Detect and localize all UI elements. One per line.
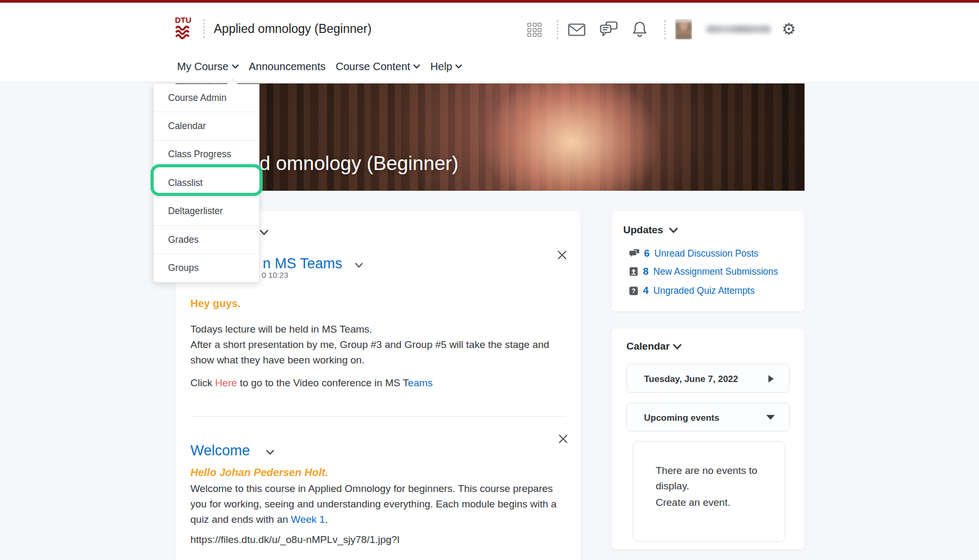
updates-widget-title: Updates (623, 224, 663, 236)
events-empty-panel: There are no events to display. Create a… (633, 441, 785, 542)
header-divider-dots (203, 19, 205, 38)
create-event-link[interactable]: Create an event. (656, 495, 730, 510)
chevron-down-icon (455, 64, 462, 69)
upcoming-events-label: Upcoming events (644, 413, 719, 423)
svg-text:?: ? (632, 287, 635, 294)
menu-item-groups[interactable]: Groups (154, 253, 259, 282)
welcome-body-line: Welcome to this course in Applied Omnolo… (190, 481, 557, 496)
announcement-body-line: Todays lecture will be held in MS Teams. (190, 321, 549, 337)
teams-link[interactable]: eams (408, 377, 432, 388)
announcement-body-line: After a short presentation by me, Group … (190, 337, 549, 352)
welcome-body-line: you for working, seeing and understandin… (190, 496, 557, 512)
course-banner-image: Applied omnology (Beginner) (175, 83, 805, 191)
menu-item-deltagerlister[interactable]: Deltagerlister (154, 197, 259, 225)
updates-item-assignments[interactable]: 8 New Assignment Submissions (629, 266, 778, 277)
chevron-down-icon (355, 262, 363, 268)
widget-divider (190, 416, 566, 417)
dtu-logo[interactable]: DTU (174, 15, 194, 40)
app-grid-icon[interactable] (528, 23, 541, 37)
clipped-bottom-link[interactable]: Week 1 (190, 556, 224, 560)
upcoming-events-header[interactable]: Upcoming events (626, 403, 790, 431)
welcome-title[interactable]: Welcome (190, 443, 274, 459)
dismiss-welcome-icon[interactable] (558, 434, 568, 444)
welcome-greeting: Hello Johan Pedersen Holt. (190, 466, 328, 479)
user-name-redacted[interactable] (706, 26, 771, 33)
nav-my-course[interactable]: My Course (177, 61, 239, 73)
no-events-text: There are no events to display. (656, 463, 757, 494)
calendar-widget-card: Calendar Tuesday, June 7, 2022 Upcoming … (612, 328, 805, 549)
svg-text:DTU: DTU (175, 15, 191, 24)
updates-collapse-chevron-icon[interactable] (669, 227, 678, 234)
announcements-widget-collapse-chevron-icon[interactable] (260, 230, 269, 236)
email-icon[interactable] (568, 23, 585, 36)
welcome-body-line: quiz and ends with an Week 1. (190, 512, 557, 527)
week1-link[interactable]: Week 1 (291, 514, 325, 525)
here-link[interactable]: Here (215, 377, 237, 388)
header-divider-dots (664, 20, 666, 39)
dismiss-announcement-icon[interactable] (557, 250, 567, 260)
calendar-current-date: Tuesday, June 7, 2022 (644, 374, 738, 385)
lms-course-homepage: DTU Applied omnology (Beginner) (0, 0, 979, 560)
announcement-body: Todays lecture will be held in MS Teams.… (190, 321, 549, 368)
updates-widget-card: Updates 6 Unread Discussion Posts 8 New … (612, 211, 805, 311)
user-avatar[interactable] (675, 19, 692, 39)
menu-item-calendar[interactable]: Calendar (154, 112, 259, 140)
menu-item-grades[interactable]: Grades (154, 225, 259, 253)
course-navbar: My Course Announcements Course Content H… (0, 52, 979, 82)
announcement-link-line: Click Here to go to the Video conference… (190, 375, 433, 391)
updates-item-quizzes[interactable]: ? 4 Ungraded Quiz Attempts (629, 285, 755, 296)
nav-course-content[interactable]: Course Content (336, 61, 420, 73)
my-course-dropdown-menu: Course Admin Calendar Class Progress Cla… (153, 84, 260, 283)
chevron-down-icon (266, 449, 274, 455)
chevron-down-icon (232, 64, 239, 69)
announcement-date: 0 10:23 (262, 270, 288, 279)
menu-item-course-admin[interactable]: Course Admin (154, 84, 259, 112)
chevron-down-icon (413, 64, 420, 69)
welcome-body: Welcome to this course in Applied Omnolo… (190, 481, 557, 527)
chat-icon[interactable] (600, 21, 618, 37)
announcement-greeting: Hey guys. (190, 298, 240, 310)
menu-item-classlist[interactable]: Classlist (154, 168, 259, 197)
announcement-body-line: show what they have been working on. (190, 352, 549, 368)
quiz-icon: ? (629, 286, 638, 295)
app-header: DTU Applied omnology (Beginner) (0, 3, 979, 52)
calendar-collapse-chevron-icon[interactable] (673, 344, 682, 350)
header-divider-dots (557, 20, 558, 39)
file-url-link[interactable]: https://files.dtu.dk/u/_o8u-nMPLv_sjy78/… (190, 532, 399, 547)
next-day-arrow-icon[interactable] (768, 375, 774, 383)
nav-help[interactable]: Help (430, 61, 462, 73)
discussion-icon (629, 249, 639, 258)
calendar-widget-title: Calendar (626, 341, 670, 352)
notification-bell-icon[interactable] (632, 21, 647, 38)
assignment-icon (629, 267, 638, 276)
updates-item-discussions[interactable]: 6 Unread Discussion Posts (629, 248, 758, 259)
calendar-date-row[interactable]: Tuesday, June 7, 2022 (626, 364, 790, 393)
settings-gear-icon[interactable]: ⚙ (782, 20, 796, 39)
triangle-down-icon (766, 415, 775, 420)
announcement-title[interactable]: n MS Teams (263, 256, 363, 272)
nav-announcements[interactable]: Announcements (249, 61, 326, 73)
page-title: Applied omnology (Beginner) (214, 22, 372, 36)
menu-item-class-progress[interactable]: Class Progress (154, 140, 259, 168)
